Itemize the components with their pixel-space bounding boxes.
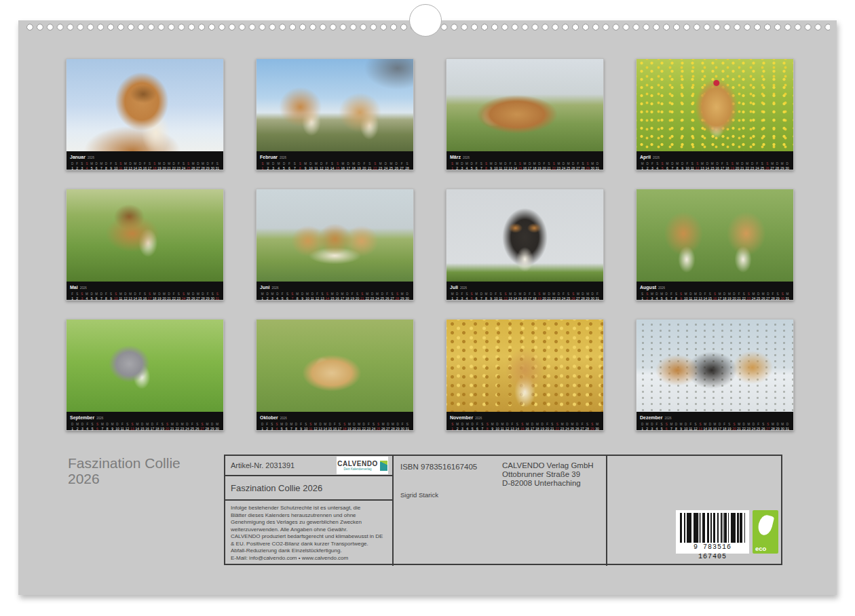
month-mini-calendar: S1M2D3M4D5F6S7S8M9D10M11D12F13S14S15M16D…: [450, 423, 600, 431]
month-thumb-11: November2026 S1M2D3M4D5F6S7S8M9D10M11D12…: [446, 319, 604, 431]
month-label: Februar2026: [260, 153, 410, 161]
month-label: Mai2026: [70, 283, 220, 291]
calvendo-page-icon: [380, 461, 387, 471]
month-year: 2026: [80, 286, 87, 290]
month-mini-calendar: S1M2D3M4D5F6S7S8M9D10M11D12F13S14S15M16D…: [450, 162, 600, 170]
month-label: Dezember2026: [640, 413, 790, 421]
month-label: Januar2026: [70, 153, 220, 161]
legal-text: Infolge bestehender Schutzrechte ist es …: [225, 501, 392, 566]
month-name: April: [640, 155, 651, 159]
publisher-line1: CALVENDO Verlag GmbH: [502, 461, 594, 470]
month-calendar-strip: Januar2026 D1F2S3S4M5D6M7D8F9S10S11M12D1…: [66, 151, 223, 170]
month-label: Oktober2026: [260, 413, 410, 421]
month-year: 2026: [658, 286, 665, 290]
month-label: August2026: [640, 283, 790, 291]
month-name: September: [70, 415, 94, 420]
month-name: Februar: [260, 155, 278, 159]
month-mini-calendar: D1F2S3S4M5D6M7D8F9S10S11M12D13M14D15F16S…: [260, 423, 410, 431]
month-year: 2026: [460, 286, 467, 290]
month-year: 2026: [653, 156, 660, 159]
month-calendar-strip: Juni2026 M1D2M3D4F5S6S7M8D9M10D11F12S13S…: [256, 282, 413, 300]
month-calendar-strip: August2026 S1S2M3D4M5D6F7S8S9M10D11M12D1…: [636, 282, 793, 300]
calvendo-logo-tagline: Dein Kalenderverlag: [337, 467, 377, 471]
month-mini-calendar: M1D2M3D4F5S6S7M8D9M10D11F12S13S14M15D16M…: [260, 292, 410, 301]
month-calendar-strip: September2026 D1M2D3F4S5S6M7D8M9D10F11S1…: [66, 412, 223, 430]
month-name: Mai: [70, 285, 78, 290]
month-name: Juli: [450, 285, 458, 290]
info-table-column-middle: ISBN 9783516167405 CALVENDO Verlag GmbH …: [394, 456, 607, 566]
calendar-back-page: Januar2026 D1F2S3S4M5D6M7D8F9S10S11M12D1…: [18, 20, 837, 595]
month-mini-calendar: S1S2M3D4M5D6F7S8S9M10D11M12D13F14S15S16M…: [640, 292, 790, 301]
month-mini-calendar: F1S2S3M4D5M6D7F8S9S10M11D12M13D14F15S16S…: [70, 292, 220, 301]
barcode-bars: [680, 513, 745, 543]
calvendo-logo: CALVENDO Dein Kalenderverlag: [337, 457, 388, 474]
month-calendar-strip: Mai2026 F1S2S3M4D5M6D7F8S9S10M11D12M13D1…: [66, 282, 223, 300]
month-thumb-1: Januar2026 D1F2S3S4M5D6M7D8F9S10S11M12D1…: [66, 58, 224, 170]
month-calendar-strip: Dezember2026 D1M2D3F4S5S6M7D8M9D10F11S12…: [636, 412, 793, 430]
month-photo: [256, 320, 413, 412]
month-photo: [446, 189, 603, 282]
months-grid: Januar2026 D1F2S3S4M5D6M7D8F9S10S11M12D1…: [66, 58, 794, 431]
month-thumb-6: Juni2026 M1D2M3D4F5S6S7M8D9M10D11F12S13S…: [256, 189, 414, 301]
month-photo: [636, 320, 793, 412]
eco-badge: eco: [753, 510, 778, 554]
publisher-line2: Ottobrunner Straße 39: [502, 470, 594, 479]
month-mini-calendar: D1M2D3F4S5S6M7D8M9D10F11S12S13M14D15M16D…: [70, 423, 220, 431]
month-thumb-9: September2026 D1M2D3F4S5S6M7D8M9D10F11S1…: [66, 319, 224, 431]
month-year: 2026: [88, 156, 94, 159]
month-photo: [66, 189, 223, 282]
month-name: Januar: [70, 155, 86, 159]
month-photo: [636, 189, 793, 282]
month-thumb-3: März2026 S1M2D3M4D5F6S7S8M9D10M11D12F13S…: [446, 58, 604, 170]
month-thumb-2: Februar2026 S1M2D3M4D5F6S7S8M9D10M11D12F…: [256, 58, 414, 170]
month-calendar-strip: April2026 M1D2F3S4S5M6D7M8D9F10S11S12M13…: [636, 151, 793, 170]
hanger-notch: [409, 4, 442, 37]
month-year: 2026: [96, 417, 103, 420]
month-year: 2026: [475, 417, 482, 420]
product-title-row: Faszination Collie 2026: [225, 476, 392, 501]
publisher-line3: D-82008 Unterhaching: [502, 479, 594, 488]
month-year: 2026: [664, 417, 671, 420]
artikel-row: Artikel-Nr. 2031391 CALVENDO Dein Kalend…: [225, 456, 392, 476]
month-thumb-10: Oktober2026 D1F2S3S4M5D6M7D8F9S10S11M12D…: [256, 319, 414, 431]
month-photo: [256, 59, 413, 151]
leaf-icon: [757, 514, 775, 537]
month-label: Juni2026: [260, 283, 410, 291]
calvendo-logo-text: CALVENDO: [337, 461, 377, 467]
product-title: Faszination Collie 2026: [231, 483, 322, 493]
month-year: 2026: [271, 286, 278, 290]
month-calendar-strip: November2026 S1M2D3M4D5F6S7S8M9D10M11D12…: [446, 412, 603, 430]
publisher-address: CALVENDO Verlag GmbH Ottobrunner Straße …: [502, 461, 594, 488]
month-calendar-strip: Oktober2026 D1F2S3S4M5D6M7D8F9S10S11M12D…: [256, 412, 413, 430]
month-photo: [66, 59, 223, 151]
month-thumb-4: April2026 M1D2F3S4S5M6D7M8D9F10S11S12M13…: [636, 58, 794, 170]
month-thumb-12: Dezember2026 D1M2D3F4S5S6M7D8M9D10F11S12…: [636, 319, 794, 431]
month-mini-calendar: D1F2S3S4M5D6M7D8F9S10S11M12D13M14D15F16S…: [70, 162, 220, 170]
month-name: März: [450, 155, 461, 159]
month-mini-calendar: D1M2D3F4S5S6M7D8M9D10F11S12S13M14D15M16D…: [640, 423, 790, 431]
ean-barcode: 9 783516 167405: [676, 510, 749, 554]
artikel-number: Artikel-Nr. 2031391: [231, 461, 294, 469]
month-label: Juli2026: [450, 283, 600, 291]
month-label: September2026: [70, 413, 220, 421]
month-thumb-8: August2026 S1S2M3D4M5D6F7S8S9M10D11M12D1…: [636, 189, 794, 301]
month-mini-calendar: M1D2F3S4S5M6D7M8D9F10S11S12M13D14M15D16F…: [640, 162, 790, 170]
barcode-digits: 9 783516 167405: [680, 543, 745, 562]
month-photo: [256, 189, 413, 282]
month-calendar-strip: März2026 S1M2D3M4D5F6S7S8M9D10M11D12F13S…: [446, 151, 603, 170]
month-name: Dezember: [640, 415, 662, 420]
info-table-column-left: Artikel-Nr. 2031391 CALVENDO Dein Kalend…: [225, 456, 394, 566]
page-title: Faszination Collie 2026: [68, 455, 244, 486]
info-table-column-right: 9 783516 167405 eco: [607, 456, 781, 566]
month-name: Oktober: [260, 415, 278, 420]
month-year: 2026: [280, 156, 286, 159]
info-table: Artikel-Nr. 2031391 CALVENDO Dein Kalend…: [224, 455, 782, 565]
month-photo: [446, 59, 603, 151]
month-calendar-strip: Juli2026 M1D2F3S4S5M6D7M8D9F10S11S12M13D…: [446, 282, 603, 300]
month-name: Juni: [260, 285, 269, 290]
author-name: Sigrid Starick: [400, 491, 438, 499]
month-photo: [636, 59, 793, 151]
month-photo: [446, 320, 603, 412]
eco-label: eco: [755, 545, 766, 552]
month-year: 2026: [463, 156, 470, 159]
